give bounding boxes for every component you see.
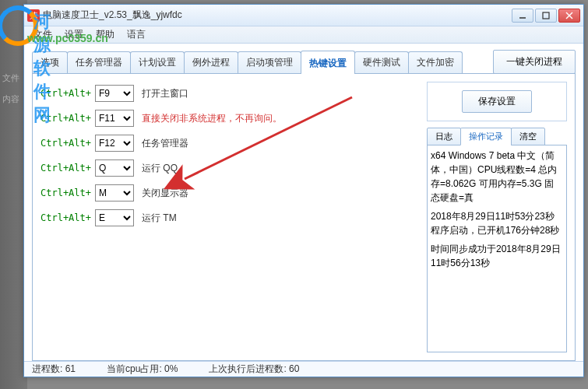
log-box[interactable]: x64 Windows 7 beta 中文（简体，中国）CPU线程数=4 总内存…: [427, 145, 567, 352]
hotkey-prefix: Ctrl+Alt+: [40, 212, 95, 223]
hotkey-desc: 关闭显示器: [142, 187, 188, 200]
save-box: 保存设置: [427, 82, 567, 121]
tab-hwtest[interactable]: 硬件测试: [354, 51, 409, 73]
kill-all-button[interactable]: 一键关闭进程: [493, 50, 576, 74]
log-line: 2018年8月29日11时53分23秒 程序启动，已开机176分钟28秒: [431, 209, 563, 237]
tab-taskmgr[interactable]: 任务管理器: [67, 51, 131, 73]
hotkey-list: Ctrl+Alt+ F9 打开主窗口Ctrl+Alt+ F11 直接关闭非系统进…: [40, 82, 419, 352]
hotkey-desc: 直接关闭非系统进程，不再询问。: [142, 112, 282, 125]
hotkey-prefix: Ctrl+Alt+: [40, 163, 95, 173]
status-last-val: 60: [289, 363, 299, 374]
tab-body: Ctrl+Alt+ F9 打开主窗口Ctrl+Alt+ F11 直接关闭非系统进…: [32, 73, 576, 361]
log-line: 时间同步成功于2018年8月29日11时56分13秒: [431, 242, 563, 270]
hotkey-select[interactable]: F11: [95, 110, 134, 127]
hotkey-select[interactable]: F9: [95, 85, 134, 102]
window-title: 电脑速度卫士_v2.53_飘逸_yjwfdc: [43, 9, 512, 22]
log-line: x64 Windows 7 beta 中文（简体，中国）CPU线程数=4 总内存…: [431, 149, 563, 205]
hotkey-row: Ctrl+Alt+ M 关闭显示器: [40, 181, 419, 205]
menu-help[interactable]: 帮助: [91, 26, 119, 43]
logtab-ops[interactable]: 操作记录: [460, 128, 512, 145]
hotkey-prefix: Ctrl+Alt+: [40, 187, 95, 198]
tab-exception[interactable]: 例外进程: [184, 51, 238, 73]
menu-settings[interactable]: 设置: [60, 26, 88, 43]
hotkey-row: Ctrl+Alt+ F11 直接关闭非系统进程，不再询问。: [40, 107, 419, 130]
save-button[interactable]: 保存设置: [462, 90, 532, 113]
titlebar[interactable]: 速 电脑速度卫士_v2.53_飘逸_yjwfdc: [24, 5, 583, 26]
status-procs-val: 61: [65, 363, 76, 374]
tab-startup[interactable]: 启动项管理: [238, 51, 301, 73]
menu-file[interactable]: 文件: [29, 26, 57, 43]
statusbar: 进程数: 61 当前cpu占用: 0% 上次执行后进程数: 60: [24, 361, 583, 377]
tab-options[interactable]: 选项: [32, 51, 68, 73]
hotkey-row: Ctrl+Alt+ E 运行 TM: [40, 206, 419, 230]
hotkey-prefix: Ctrl+Alt+: [40, 138, 95, 149]
status-cpu-label: 当前cpu占用:: [107, 363, 162, 374]
maximize-button[interactable]: [535, 9, 557, 23]
hotkey-select[interactable]: E: [95, 209, 134, 226]
hotkey-prefix: Ctrl+Alt+: [40, 113, 95, 124]
hotkey-row: Ctrl+Alt+ Q 运行 QQ: [40, 156, 419, 180]
hotkey-desc: 运行 TM: [142, 212, 177, 225]
hotkey-select[interactable]: F12: [95, 135, 134, 152]
hotkey-desc: 打开主窗口: [142, 87, 188, 100]
status-cpu-val: 0%: [164, 363, 178, 374]
hotkey-select[interactable]: Q: [95, 159, 134, 177]
hotkey-row: Ctrl+Alt+ F9 打开主窗口: [40, 82, 419, 105]
svg-rect-1: [543, 12, 549, 19]
hotkey-desc: 运行 QQ: [142, 162, 178, 175]
hotkey-row: Ctrl+Alt+ F12 任务管理器: [40, 131, 419, 155]
logtab-clear[interactable]: 清空: [511, 128, 545, 145]
hotkey-prefix: Ctrl+Alt+: [40, 88, 95, 99]
status-last-label: 上次执行后进程数:: [209, 363, 286, 374]
tab-plan[interactable]: 计划设置: [130, 51, 185, 73]
minimize-button[interactable]: [512, 9, 533, 23]
logtab-log[interactable]: 日志: [427, 128, 461, 145]
main-window: 速 电脑速度卫士_v2.53_飘逸_yjwfdc 文件 设置 帮助 语言 选项 …: [23, 4, 584, 377]
app-icon: 速: [27, 9, 40, 22]
tab-encrypt[interactable]: 文件加密: [408, 51, 463, 73]
tabs-row: 选项 任务管理器 计划设置 例外进程 启动项管理 热键设置 硬件测试 文件加密 …: [32, 50, 576, 73]
menubar: 文件 设置 帮助 语言: [24, 26, 583, 44]
hotkey-select[interactable]: M: [95, 184, 134, 202]
hotkey-desc: 任务管理器: [142, 137, 188, 150]
close-button[interactable]: [558, 9, 580, 23]
tab-hotkey[interactable]: 热键设置: [301, 51, 355, 74]
status-procs-label: 进程数:: [32, 363, 62, 374]
menu-lang[interactable]: 语言: [122, 26, 150, 43]
